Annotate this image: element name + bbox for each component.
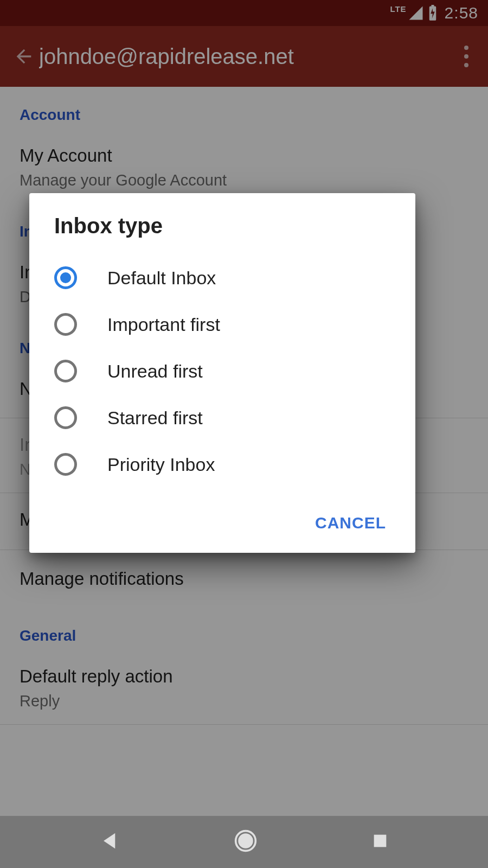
navigation-bar xyxy=(0,816,488,868)
radio-icon xyxy=(54,406,77,429)
radio-label: Default Inbox xyxy=(107,267,216,289)
nav-back-button[interactable] xyxy=(99,831,120,853)
radio-option-priority-inbox[interactable]: Priority Inbox xyxy=(29,441,415,488)
nav-home-button[interactable] xyxy=(234,829,258,855)
radio-option-unread-first[interactable]: Unread first xyxy=(29,348,415,394)
nav-recent-button[interactable] xyxy=(371,832,389,852)
dialog-actions: CANCEL xyxy=(29,493,415,553)
circle-home-icon xyxy=(234,829,258,853)
radio-icon xyxy=(54,360,77,382)
triangle-back-icon xyxy=(99,831,120,851)
inbox-type-dialog: Inbox type Default Inbox Important first… xyxy=(29,193,415,553)
svg-rect-7 xyxy=(374,835,386,846)
svg-point-6 xyxy=(239,834,253,848)
radio-icon xyxy=(54,266,77,289)
radio-option-starred-first[interactable]: Starred first xyxy=(29,394,415,441)
radio-option-important-first[interactable]: Important first xyxy=(29,301,415,348)
cancel-button[interactable]: CANCEL xyxy=(305,508,396,538)
radio-icon xyxy=(54,313,77,336)
radio-label: Starred first xyxy=(107,407,203,429)
radio-icon xyxy=(54,453,77,476)
dialog-title: Inbox type xyxy=(29,193,415,254)
radio-label: Priority Inbox xyxy=(107,454,215,475)
square-recent-icon xyxy=(371,832,389,850)
radio-option-default-inbox[interactable]: Default Inbox xyxy=(29,254,415,301)
radio-label: Unread first xyxy=(107,361,203,382)
radio-label: Important first xyxy=(107,314,220,335)
